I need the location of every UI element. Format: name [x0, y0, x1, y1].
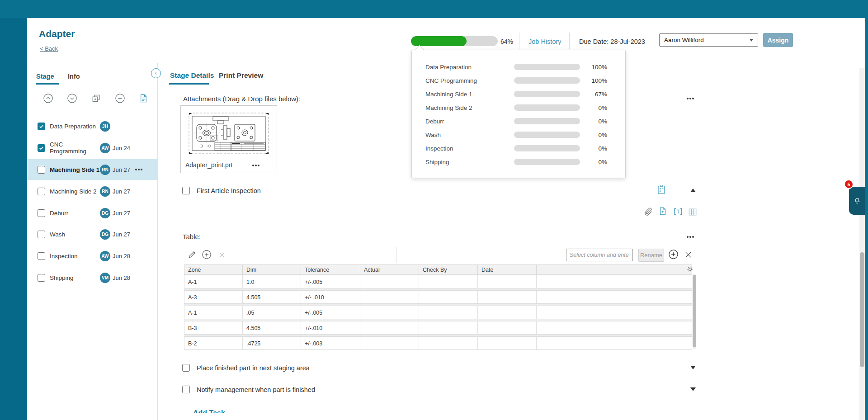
table-cell[interactable]: +/-.003 [301, 337, 360, 349]
table-cell[interactable] [360, 275, 419, 288]
stage-checkbox[interactable] [38, 144, 45, 152]
job-history-link[interactable]: Job History [528, 38, 561, 45]
table-cell[interactable] [478, 275, 537, 288]
stage-list-item[interactable]: Deburr DG Jun 27 [27, 203, 157, 223]
expand-section-icon[interactable] [690, 366, 696, 369]
clipboard-checklist-icon[interactable] [656, 184, 667, 197]
table-cell[interactable]: +/-.005 [301, 275, 360, 288]
table-cell[interactable]: .4725 [243, 337, 301, 349]
tab-stage[interactable]: Stage [36, 73, 54, 80]
table-cell[interactable] [360, 291, 419, 303]
table-cell[interactable]: +/- .010 [301, 291, 360, 303]
table-cell[interactable]: 1.0 [243, 275, 301, 288]
stage-checkbox[interactable] [38, 123, 45, 130]
column-header[interactable]: Check By [419, 265, 478, 274]
insert-table-icon[interactable] [688, 207, 698, 217]
section-more-menu-icon[interactable] [687, 98, 689, 99]
paperclip-icon[interactable] [644, 207, 653, 217]
add-stage-icon[interactable] [115, 93, 125, 104]
back-link[interactable]: < Back [40, 45, 58, 52]
notifications-tab[interactable] [849, 187, 865, 215]
table-cell[interactable] [419, 275, 478, 288]
page-scrollbar-thumb[interactable] [860, 252, 864, 367]
move-stage-up-icon[interactable] [43, 93, 53, 104]
table-cell[interactable]: B-2 [184, 337, 243, 349]
table-cell[interactable] [537, 275, 692, 288]
table-cell[interactable]: +/-.010 [301, 321, 360, 334]
tab-print-preview[interactable]: Print Preview [219, 71, 263, 80]
table-scrollbar-thumb[interactable] [693, 275, 696, 347]
table-cell[interactable]: A-1 [184, 275, 243, 288]
stage-list-item[interactable]: Inspection AW Jun 28 [27, 245, 157, 266]
table-cell[interactable] [419, 291, 478, 303]
stage-checkbox[interactable] [38, 188, 45, 195]
table-cell[interactable]: .05 [243, 306, 301, 319]
expand-section-icon[interactable] [690, 387, 696, 391]
table-cell[interactable]: 4.505 [243, 291, 301, 303]
stage-list-item[interactable]: Machining Side 1 RN Jun 27 [27, 159, 157, 180]
stage-list-item[interactable]: Shipping VM Jun 28 [27, 267, 157, 288]
stage-checkbox[interactable] [38, 274, 45, 282]
page-scrollbar-track[interactable] [859, 68, 865, 420]
stage-date: Jun 27 [113, 231, 135, 238]
stage-list-item[interactable]: Wash DG Jun 27 [27, 224, 157, 245]
column-header[interactable]: Dim [243, 265, 301, 274]
table-settings-gear-icon[interactable] [686, 265, 694, 273]
table-more-menu-icon[interactable] [687, 236, 689, 238]
first-article-checkbox[interactable] [182, 187, 190, 194]
add-row-icon[interactable] [202, 250, 212, 260]
table-cell[interactable] [478, 291, 537, 303]
collapse-panel-button[interactable] [151, 68, 161, 78]
table-cell[interactable] [537, 306, 692, 319]
tab-info[interactable]: Info [68, 73, 80, 80]
text-field-icon[interactable] [673, 207, 683, 217]
column-header[interactable]: Tolerance [301, 265, 360, 274]
place-finished-part-checkbox[interactable] [182, 364, 190, 372]
delete-column-icon[interactable] [684, 250, 693, 259]
collapse-section-icon[interactable] [690, 189, 696, 192]
stage-list-item[interactable]: Data Preparation JH [27, 116, 157, 137]
duplicate-stage-icon[interactable] [91, 93, 101, 104]
tab-stage-details[interactable]: Stage Details [170, 71, 214, 80]
column-header[interactable]: Zone [184, 265, 243, 274]
table-cell[interactable]: +/-.005 [301, 306, 360, 319]
stage-checkbox[interactable] [38, 166, 45, 174]
table-cell[interactable]: A-1 [184, 306, 243, 319]
table-cell[interactable] [537, 337, 692, 349]
notify-management-checkbox[interactable] [182, 386, 190, 393]
table-cell[interactable]: 4.505 [243, 321, 301, 334]
stage-checkbox[interactable] [38, 231, 45, 238]
stage-list-item[interactable]: CNC Programming AW Jun 24 [27, 137, 157, 158]
rename-button[interactable]: Rename [638, 249, 664, 262]
table-cell[interactable] [478, 321, 537, 334]
job-progress-bar[interactable] [411, 36, 498, 46]
column-name-input[interactable] [566, 249, 633, 261]
column-header[interactable]: Actual [360, 265, 419, 274]
stage-list-item[interactable]: Machining Side 2 RN Jun 27 [27, 181, 157, 202]
stage-checkbox[interactable] [38, 209, 45, 217]
stage-more-menu-icon[interactable] [135, 169, 137, 170]
stage-checkbox[interactable] [38, 252, 45, 260]
move-stage-down-icon[interactable] [67, 93, 77, 104]
column-header[interactable]: Date [478, 265, 537, 274]
table-cell[interactable] [360, 321, 419, 334]
add-file-icon[interactable] [658, 206, 668, 217]
edit-table-icon[interactable] [188, 250, 197, 259]
add-column-icon[interactable] [668, 249, 679, 260]
table-cell[interactable] [478, 306, 537, 319]
table-cell[interactable] [360, 306, 419, 319]
table-cell[interactable]: A-3 [184, 291, 243, 303]
attachment-more-menu-icon[interactable] [252, 165, 254, 166]
table-cell[interactable] [360, 337, 419, 349]
column-header[interactable] [537, 265, 692, 274]
table-cell[interactable] [419, 306, 478, 319]
table-cell[interactable] [419, 337, 478, 349]
assignee-dropdown[interactable]: Aaron Williford [659, 33, 758, 47]
table-cell[interactable] [419, 321, 478, 334]
table-cell[interactable] [478, 337, 537, 349]
table-cell[interactable] [537, 321, 692, 334]
assign-button[interactable]: Assign [763, 33, 793, 47]
stage-notes-icon[interactable] [138, 93, 149, 104]
table-cell[interactable] [537, 291, 692, 303]
table-cell[interactable]: B-3 [184, 321, 243, 334]
